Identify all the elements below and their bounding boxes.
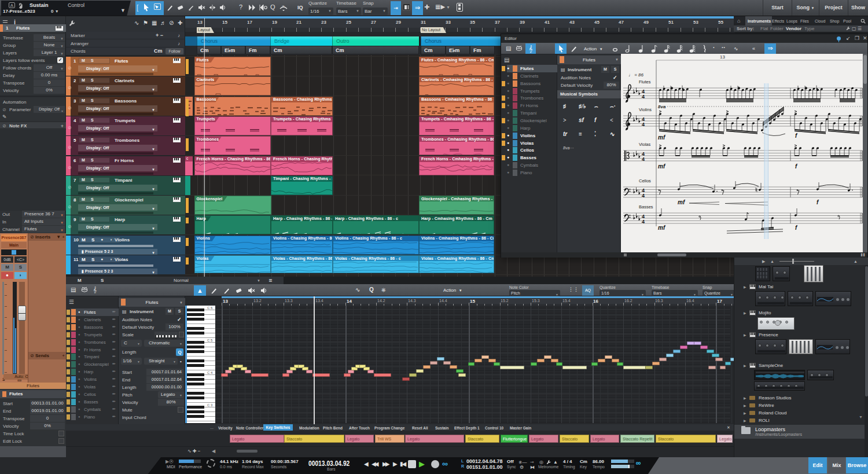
svg-text:4: 4 [642, 94, 645, 100]
svg-text:4: 4 [642, 156, 645, 162]
svg-text:4: 4 [642, 219, 645, 225]
svg-text:mf: mf [658, 225, 666, 231]
svg-text:♩ = 86: ♩ = 86 [628, 72, 644, 78]
svg-text:Cellos: Cellos [639, 178, 651, 183]
svg-text:mf: mf [678, 199, 686, 205]
svg-text:mf: mf [658, 163, 666, 170]
svg-text:4: 4 [642, 122, 645, 127]
svg-text:Violins: Violins [639, 107, 652, 112]
svg-text:Violas: Violas [639, 142, 651, 147]
svg-text:13: 13 [720, 54, 725, 60]
svg-text:Flutes: Flutes [639, 79, 651, 84]
svg-text:mf: mf [658, 134, 666, 141]
svg-text:4: 4 [642, 193, 645, 199]
svg-text:8va: 8va [658, 104, 666, 109]
svg-text:th: th [282, 5, 285, 8]
svg-text:Basses: Basses [639, 204, 653, 210]
